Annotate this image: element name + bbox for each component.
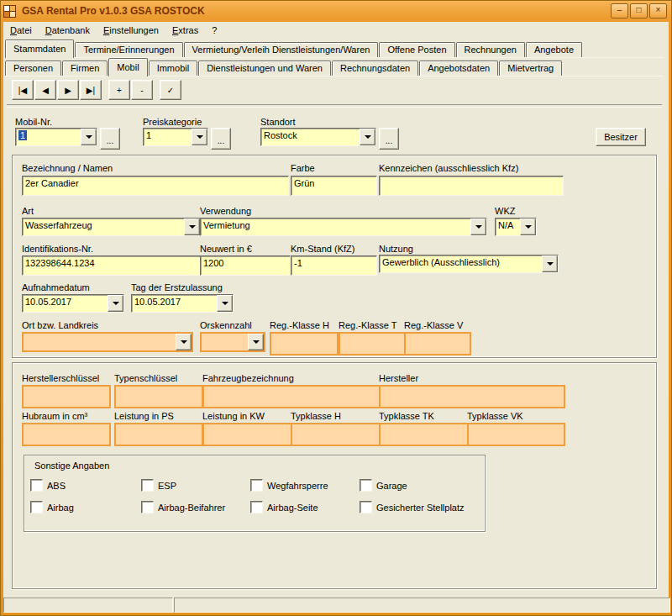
art-value[interactable]: Wasserfahrzeug — [23, 218, 184, 235]
menu-help[interactable]: ? — [205, 22, 223, 38]
typenschluessel-input[interactable] — [114, 385, 203, 408]
previous-record-button[interactable]: ◀ — [34, 80, 56, 100]
mobil-nr-combo[interactable]: 1 — [15, 128, 97, 146]
ortskennzahl-value[interactable] — [202, 334, 248, 350]
hubraum-input[interactable] — [22, 423, 111, 446]
checkbox-abs[interactable]: ABS — [30, 479, 66, 492]
checkbox-gesicherter-stellplatz[interactable]: Gesicherter Stellplatz — [360, 501, 465, 513]
verwendung-dropdown-button[interactable] — [470, 218, 486, 235]
wkz-value[interactable]: N/A — [496, 218, 520, 235]
subtab-mobil[interactable]: Mobil — [108, 58, 147, 76]
delete-record-button[interactable]: - — [131, 80, 153, 100]
standort-combo[interactable]: Rostock — [260, 128, 376, 146]
ortskennzahl-dropdown-button[interactable] — [248, 334, 264, 350]
reg-klasse-t-input[interactable] — [339, 332, 406, 355]
subtab-angebotsdaten[interactable]: Angebotsdaten — [419, 61, 498, 76]
besitzer-button[interactable]: Besitzer — [596, 128, 646, 146]
standort-dropdown-button[interactable] — [360, 129, 375, 145]
verwendung-value[interactable]: Vermietung — [201, 218, 470, 235]
art-dropdown-button[interactable] — [184, 218, 200, 235]
confirm-button[interactable]: ✓ — [160, 80, 181, 100]
subtab-firmen[interactable]: Firmen — [62, 61, 108, 76]
leistung-ps-input[interactable] — [114, 423, 203, 446]
typklasse-tk-input[interactable] — [379, 423, 471, 446]
ort-landkreis-dropdown-button[interactable] — [176, 334, 192, 350]
tab-offene-posten[interactable]: Offene Posten — [379, 42, 454, 57]
subtab-dienstleistungen-waren[interactable]: Dienstleistungen und Waren — [198, 61, 331, 76]
erstzulassung-dropdown-button[interactable] — [217, 295, 233, 312]
preiskategorie-browse-button[interactable]: ... — [211, 128, 231, 150]
tab-vermietung-verleih[interactable]: Vermietung/Verleih Dienstleistungen/Ware… — [184, 42, 379, 57]
bezeichnung-input[interactable]: 2er Canadier — [22, 176, 289, 196]
maximize-button[interactable]: □ — [630, 3, 648, 18]
typklasse-h-input[interactable] — [291, 423, 383, 446]
km-stand-input[interactable]: -1 — [291, 255, 377, 276]
checkbox-icon[interactable] — [250, 501, 263, 513]
neuwert-input[interactable]: 1200 — [200, 255, 291, 276]
fahrzeugbezeichnung-input[interactable] — [202, 385, 382, 408]
last-record-button[interactable]: ▶| — [80, 80, 102, 100]
checkbox-icon[interactable] — [360, 501, 372, 513]
standort-value[interactable]: Rostock — [261, 129, 360, 145]
leistung-kw-input[interactable] — [202, 423, 295, 446]
preiskategorie-dropdown-button[interactable] — [192, 129, 207, 145]
wkz-dropdown-button[interactable] — [520, 218, 536, 235]
tab-termine-erinnerungen[interactable]: Termine/Erinnerungen — [75, 42, 182, 57]
checkbox-airbag-seite[interactable]: Airbag-Seite — [250, 501, 318, 513]
nutzung-combo[interactable]: Gewerblich (Ausschliesslich) — [379, 255, 559, 273]
checkbox-icon[interactable] — [141, 479, 154, 492]
preiskategorie-value[interactable]: 1 — [144, 129, 192, 145]
nutzung-value[interactable]: Gewerblich (Ausschliesslich) — [380, 255, 542, 272]
checkbox-icon[interactable] — [30, 479, 43, 492]
erstzulassung-value[interactable]: 10.05.2017 — [132, 295, 217, 312]
reg-klasse-h-input[interactable] — [270, 332, 339, 355]
titlebar[interactable]: GSA Rental Pro v1.0.3 GSA ROSTOCK – □ × — [3, 2, 669, 20]
hersteller-input[interactable] — [379, 385, 565, 408]
checkbox-airbag-beifahrer[interactable]: Airbag-Beifahrer — [141, 501, 225, 513]
subtab-immobil[interactable]: Immobil — [149, 61, 198, 76]
erstzulassung-combo[interactable]: 10.05.2017 — [131, 294, 234, 313]
reg-klasse-v-input[interactable] — [404, 332, 471, 355]
ortskennzahl-combo[interactable] — [200, 332, 265, 352]
minimize-button[interactable]: – — [611, 3, 628, 18]
menu-datenbank[interactable]: Datenbank — [39, 22, 97, 38]
identifikations-nr-input[interactable]: 132398644.1234 — [22, 255, 201, 276]
checkbox-wegfahrsperre[interactable]: Wegfahrsperre — [250, 479, 328, 492]
menu-extras[interactable]: Extras — [165, 22, 205, 38]
checkbox-icon[interactable] — [360, 479, 372, 492]
nutzung-dropdown-button[interactable] — [542, 255, 558, 272]
art-combo[interactable]: Wasserfahrzeug — [22, 218, 201, 236]
tab-stammdaten[interactable]: Stammdaten — [5, 39, 74, 58]
wkz-combo[interactable]: N/A — [495, 218, 537, 236]
tab-angebote[interactable]: Angebote — [526, 42, 582, 57]
mobil-nr-browse-button[interactable]: ... — [100, 128, 120, 150]
verwendung-combo[interactable]: Vermietung — [200, 218, 487, 236]
subtab-rechnungsdaten[interactable]: Rechnungsdaten — [332, 61, 418, 76]
mobil-nr-dropdown-button[interactable] — [81, 129, 97, 145]
mobil-nr-value[interactable]: 1 — [16, 129, 81, 145]
aufnahmedatum-dropdown-button[interactable] — [108, 295, 123, 312]
farbe-input[interactable]: Grün — [291, 176, 377, 196]
preiskategorie-combo[interactable]: 1 — [143, 128, 208, 146]
add-record-button[interactable]: + — [108, 80, 130, 100]
checkbox-icon[interactable] — [250, 479, 263, 492]
next-record-button[interactable]: ▶ — [57, 80, 79, 100]
ort-landkreis-value[interactable] — [24, 334, 176, 350]
tab-rechnungen[interactable]: Rechnungen — [456, 42, 525, 57]
ort-landkreis-combo[interactable] — [22, 332, 193, 352]
typklasse-vk-input[interactable] — [467, 423, 565, 446]
herstellerschluessel-input[interactable] — [22, 385, 111, 408]
menu-datei[interactable]: Datei — [3, 22, 39, 38]
checkbox-icon[interactable] — [30, 501, 43, 513]
close-button[interactable]: × — [649, 3, 667, 18]
menu-einstellungen[interactable]: Einstellungen — [97, 22, 165, 38]
checkbox-esp[interactable]: ESP — [141, 479, 176, 492]
checkbox-airbag[interactable]: Airbag — [30, 501, 74, 513]
subtab-personen[interactable]: Personen — [5, 61, 61, 76]
checkbox-icon[interactable] — [141, 501, 154, 513]
aufnahmedatum-value[interactable]: 10.05.2017 — [23, 295, 108, 312]
kennzeichen-input[interactable] — [379, 176, 564, 196]
checkbox-garage[interactable]: Garage — [360, 479, 407, 492]
aufnahmedatum-combo[interactable]: 10.05.2017 — [22, 294, 124, 313]
subtab-mietvertrag[interactable]: Mietvertrag — [499, 61, 562, 76]
